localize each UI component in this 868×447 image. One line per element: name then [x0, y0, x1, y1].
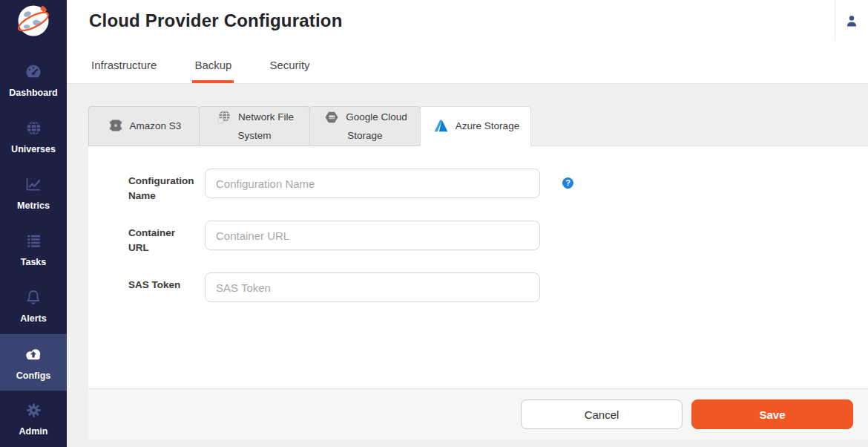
storage-tab-google-cloud-storage[interactable]: Google Cloud Storage [309, 106, 421, 146]
app-root: Dashboard Universes [0, 0, 868, 447]
tab-backup[interactable]: Backup [192, 59, 234, 83]
container-url-label: Container URL [128, 221, 195, 255]
yugabyte-logo-icon [16, 4, 50, 38]
metrics-icon [24, 174, 43, 197]
form-action-bar: Cancel Save [88, 388, 868, 440]
main-tab-bar: Infrastructure Backup Security [67, 42, 868, 83]
app-logo[interactable] [0, 0, 67, 51]
sidebar-item-alerts[interactable]: Alerts [0, 278, 67, 334]
sas-token-input[interactable] [205, 273, 540, 302]
configuration-name-input[interactable] [205, 169, 540, 198]
sidebar-item-label: Admin [19, 427, 48, 437]
user-menu-button[interactable] [835, 0, 868, 41]
form-row-configuration-name: Configuration Name ? [128, 169, 868, 203]
container-url-input[interactable] [205, 221, 540, 250]
storage-tab-label: Azure Storage [456, 120, 519, 131]
sidebar-item-universes[interactable]: Universes [0, 108, 67, 164]
sidebar-item-admin[interactable]: Admin [0, 391, 67, 447]
sidebar-item-label: Configs [16, 371, 51, 381]
storage-tab-label: Amazon S3 [130, 120, 182, 131]
page-title: Cloud Provider Configuration [89, 10, 343, 31]
help-icon[interactable]: ? [562, 177, 573, 189]
storage-tab-network-file-system[interactable]: Network File System [199, 106, 310, 146]
nfs-icon [215, 108, 233, 126]
s3-icon [107, 117, 125, 134]
alerts-icon [24, 287, 43, 310]
content-area: Amazon S3 Network File [67, 84, 868, 447]
storage-tab-label: Network File System [237, 111, 294, 140]
sas-token-label: SAS Token [128, 273, 195, 293]
sidebar-item-metrics[interactable]: Metrics [0, 164, 67, 221]
storage-tab-amazon-s3[interactable]: Amazon S3 [88, 106, 200, 146]
sidebar: Dashboard Universes [0, 0, 67, 447]
form-row-sas-token: SAS Token [128, 273, 868, 302]
configs-icon [22, 345, 45, 367]
tasks-icon [24, 232, 43, 253]
storage-tab-bar: Amazon S3 Network File [88, 106, 868, 146]
azure-icon [432, 117, 450, 135]
storage-tab-azure-storage[interactable]: Azure Storage [420, 106, 531, 146]
configuration-name-label: Configuration Name [128, 169, 195, 203]
sidebar-item-label: Universes [11, 145, 56, 154]
cancel-button[interactable]: Cancel [521, 399, 683, 429]
user-icon [844, 13, 860, 29]
sidebar-item-label: Tasks [21, 258, 47, 267]
sidebar-item-label: Metrics [17, 201, 50, 211]
sidebar-item-tasks[interactable]: Tasks [0, 221, 67, 278]
main-area: Cloud Provider Configuration Infrastruct… [67, 0, 868, 447]
page-header: Cloud Provider Configuration Infrastruct… [67, 0, 868, 84]
tab-infrastructure[interactable]: Infrastructure [89, 59, 159, 83]
universes-icon [24, 119, 43, 140]
sidebar-item-dashboard[interactable]: Dashboard [0, 51, 67, 108]
tab-security[interactable]: Security [267, 59, 312, 83]
sidebar-item-label: Dashboard [9, 88, 57, 98]
form-row-container-url: Container URL [128, 221, 868, 255]
admin-icon [24, 401, 43, 422]
sidebar-item-configs[interactable]: Configs [0, 334, 67, 391]
gcs-icon [323, 108, 341, 126]
azure-storage-form-card: Configuration Name ? Container URL SAS T… [88, 146, 868, 388]
sidebar-item-label: Alerts [20, 314, 46, 324]
save-button[interactable]: Save [691, 399, 853, 429]
dashboard-icon [24, 62, 43, 84]
storage-tab-label: Google Cloud Storage [346, 111, 407, 140]
